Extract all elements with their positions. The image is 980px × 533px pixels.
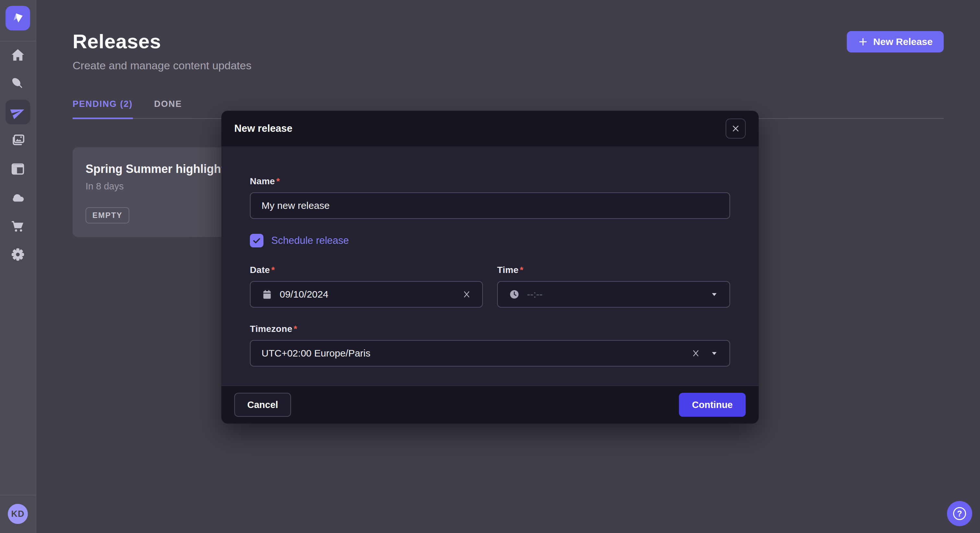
tab-pending[interactable]: PENDING (2) bbox=[73, 99, 133, 119]
schedule-release-toggle[interactable]: Schedule release bbox=[250, 234, 349, 247]
time-label: Time* bbox=[497, 265, 730, 275]
time-dropdown-caret[interactable] bbox=[710, 290, 719, 298]
new-release-button[interactable]: New Release bbox=[847, 31, 944, 52]
sidebar-item-home[interactable] bbox=[5, 43, 30, 67]
sidebar-nav bbox=[5, 43, 30, 267]
calendar-icon bbox=[261, 289, 272, 300]
page-header: Releases Create and manage content updat… bbox=[36, 0, 980, 72]
modal-title: New release bbox=[234, 123, 292, 134]
sidebar-item-feather[interactable] bbox=[5, 71, 30, 96]
sidebar: KD bbox=[0, 0, 36, 533]
required-marker: * bbox=[520, 265, 523, 275]
chevron-down-icon bbox=[710, 290, 719, 298]
send-icon bbox=[10, 105, 25, 119]
sidebar-item-cloud[interactable] bbox=[5, 185, 30, 210]
clear-icon bbox=[691, 349, 700, 358]
date-label-text: Date bbox=[250, 265, 270, 275]
gear-icon bbox=[10, 247, 25, 262]
clock-icon bbox=[509, 289, 520, 300]
name-input-box bbox=[250, 192, 730, 219]
release-card-badge: EMPTY bbox=[86, 207, 129, 224]
date-clear-button[interactable] bbox=[462, 290, 471, 299]
date-column: Date* 09/10/2024 bbox=[250, 265, 483, 308]
sidebar-divider bbox=[0, 41, 36, 41]
app-logo-icon bbox=[10, 10, 25, 26]
tab-done[interactable]: DONE bbox=[154, 99, 182, 119]
page-heading-group: Releases Create and manage content updat… bbox=[73, 30, 251, 72]
clear-icon bbox=[462, 290, 471, 299]
time-label-text: Time bbox=[497, 265, 519, 275]
timezone-input[interactable]: UTC+02:00 Europe/Paris bbox=[250, 340, 730, 366]
timezone-dropdown-caret[interactable] bbox=[710, 349, 719, 357]
chevron-down-icon bbox=[710, 349, 719, 357]
sidebar-bottom-divider bbox=[0, 495, 36, 495]
window-icon bbox=[10, 162, 25, 176]
cart-icon bbox=[10, 219, 25, 233]
name-input[interactable] bbox=[261, 193, 719, 218]
name-label-text: Name bbox=[250, 176, 275, 187]
new-release-modal: New release Name* Schedule release bbox=[221, 111, 759, 424]
user-avatar[interactable]: KD bbox=[8, 504, 28, 524]
time-column: Time* --:-- bbox=[497, 265, 730, 308]
name-label: Name* bbox=[250, 176, 730, 187]
question-icon: ? bbox=[953, 507, 966, 520]
modal-close-button[interactable] bbox=[725, 119, 746, 139]
schedule-checkbox[interactable] bbox=[250, 234, 264, 247]
timezone-controls bbox=[691, 349, 719, 358]
page-title: Releases bbox=[73, 30, 251, 53]
sidebar-bottom: KD bbox=[0, 495, 36, 533]
sidebar-item-releases[interactable] bbox=[5, 100, 30, 124]
plus-icon bbox=[858, 36, 868, 47]
required-marker: * bbox=[276, 176, 280, 187]
date-controls bbox=[462, 290, 471, 299]
date-input[interactable]: 09/10/2024 bbox=[250, 281, 483, 308]
timezone-clear-button[interactable] bbox=[691, 349, 700, 358]
time-placeholder: --:-- bbox=[527, 289, 542, 300]
required-marker: * bbox=[271, 265, 275, 275]
modal-body: Name* Schedule release Date* bbox=[221, 146, 759, 385]
cancel-button[interactable]: Cancel bbox=[234, 393, 291, 417]
modal-footer: Cancel Continue bbox=[221, 385, 759, 424]
time-input[interactable]: --:-- bbox=[497, 281, 730, 308]
new-release-button-label: New Release bbox=[873, 36, 933, 47]
cloud-icon bbox=[10, 190, 25, 205]
images-icon bbox=[10, 133, 25, 148]
sidebar-item-media[interactable] bbox=[5, 128, 30, 153]
sidebar-item-settings[interactable] bbox=[5, 242, 30, 267]
date-time-row: Date* 09/10/2024 bbox=[250, 265, 730, 308]
close-icon bbox=[732, 124, 740, 133]
date-label: Date* bbox=[250, 265, 483, 275]
app-logo[interactable] bbox=[5, 6, 30, 30]
timezone-label-text: Timezone bbox=[250, 324, 292, 334]
timezone-value: UTC+02:00 Europe/Paris bbox=[261, 348, 371, 359]
sidebar-item-pages[interactable] bbox=[5, 157, 30, 181]
time-controls bbox=[710, 290, 719, 298]
timezone-label: Timezone* bbox=[250, 324, 730, 334]
feather-icon bbox=[10, 76, 25, 91]
modal-header: New release bbox=[221, 111, 759, 146]
sidebar-item-store[interactable] bbox=[5, 214, 30, 238]
date-value: 09/10/2024 bbox=[280, 289, 328, 300]
page-subtitle: Create and manage content updates bbox=[73, 59, 251, 72]
check-icon bbox=[252, 236, 261, 246]
required-marker: * bbox=[294, 324, 297, 334]
continue-button[interactable]: Continue bbox=[679, 393, 746, 417]
home-icon bbox=[10, 48, 25, 62]
schedule-checkbox-label: Schedule release bbox=[271, 235, 349, 246]
help-button[interactable]: ? bbox=[947, 501, 972, 526]
